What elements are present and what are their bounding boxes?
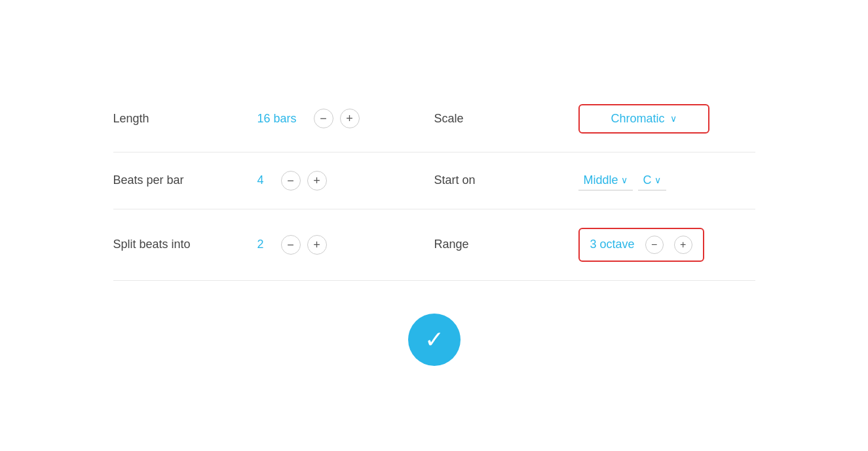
row-beats-starton: Beats per bar 4 − + Start on Middle ∨ C … xyxy=(113,153,755,209)
scale-value: Chromatic xyxy=(611,112,664,126)
starton-section: Start on Middle ∨ C ∨ xyxy=(434,171,755,190)
row-length-scale: Length 16 bars − + Scale Chromatic ∨ xyxy=(113,86,755,153)
scale-dropdown-button[interactable]: Chromatic ∨ xyxy=(578,104,709,134)
beats-decrease-button[interactable]: − xyxy=(281,171,301,190)
length-section: Length 16 bars − + xyxy=(113,109,434,128)
range-value: 3 octave xyxy=(590,238,635,251)
length-decrease-button[interactable]: − xyxy=(314,109,333,128)
octave-chevron-icon: ∨ xyxy=(621,175,628,185)
range-decrease-button[interactable]: − xyxy=(645,236,664,254)
starton-dropdowns: Middle ∨ C ∨ xyxy=(578,171,666,190)
range-control: 3 octave − + xyxy=(578,228,704,262)
length-stepper: 16 bars − + xyxy=(257,109,360,128)
range-label: Range xyxy=(434,238,578,251)
confirm-button[interactable]: ✓ xyxy=(408,314,461,366)
starton-label: Start on xyxy=(434,173,578,187)
split-increase-button[interactable]: + xyxy=(307,235,327,255)
beats-increase-button[interactable]: + xyxy=(307,171,327,190)
octave-dropdown-button[interactable]: Middle ∨ xyxy=(578,171,633,190)
row-split-range: Split beats into 2 − + Range 3 octave − … xyxy=(113,209,755,281)
settings-container: Length 16 bars − + Scale Chromatic ∨ Bea… xyxy=(74,73,795,379)
octave-value: Middle xyxy=(584,173,618,187)
split-stepper: 2 − + xyxy=(257,235,327,255)
split-label: Split beats into xyxy=(113,238,257,251)
length-value: 16 bars xyxy=(257,112,297,126)
note-chevron-icon: ∨ xyxy=(654,175,661,185)
split-decrease-button[interactable]: − xyxy=(281,235,301,255)
length-label: Length xyxy=(113,112,257,126)
beats-section: Beats per bar 4 − + xyxy=(113,171,434,190)
length-increase-button[interactable]: + xyxy=(340,109,360,128)
beats-label: Beats per bar xyxy=(113,173,257,187)
note-value: C xyxy=(643,173,652,187)
note-dropdown-button[interactable]: C ∨ xyxy=(638,171,666,190)
scale-section: Scale Chromatic ∨ xyxy=(434,104,755,134)
beats-stepper: 4 − + xyxy=(257,171,327,190)
split-section: Split beats into 2 − + xyxy=(113,235,434,255)
range-section: Range 3 octave − + xyxy=(434,228,755,262)
scale-chevron-icon: ∨ xyxy=(670,113,677,124)
split-value: 2 xyxy=(257,238,264,251)
beats-value: 4 xyxy=(257,173,264,187)
checkmark-icon: ✓ xyxy=(425,328,444,352)
scale-label: Scale xyxy=(434,112,578,126)
range-increase-button[interactable]: + xyxy=(674,236,692,254)
confirm-section: ✓ xyxy=(113,281,755,366)
